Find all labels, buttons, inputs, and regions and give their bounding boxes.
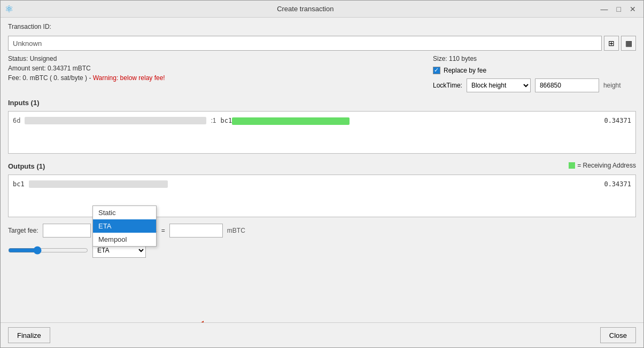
- input-txid-prefix: 6d: [13, 117, 20, 124]
- dropdown-item-mempool[interactable]: Mempool: [93, 233, 156, 246]
- outputs-header-row: Outputs (1) = Receiving Address: [8, 160, 636, 170]
- close-button[interactable]: Close: [600, 327, 636, 343]
- minimize-button[interactable]: —: [598, 4, 611, 14]
- close-window-button[interactable]: ✕: [626, 4, 639, 14]
- window-controls: — □ ✕: [598, 4, 639, 14]
- input-amount: 0.34371: [604, 117, 631, 124]
- fee-sat-input[interactable]: [43, 224, 91, 238]
- transaction-id-label: Transaction ID:: [8, 23, 636, 30]
- locktime-type-select[interactable]: Block height Date: [467, 78, 531, 92]
- info-right: Size: 110 bytes Replace by fee LockTime:…: [433, 55, 636, 92]
- txid-input[interactable]: [8, 36, 602, 51]
- input-addr-prefix: bc1: [220, 117, 232, 124]
- receiving-legend: = Receiving Address: [569, 162, 636, 169]
- status-text: Status: Unsigned: [8, 55, 422, 62]
- app-icon: ⚛: [5, 3, 13, 15]
- replace-by-fee-label: Replace by fee: [444, 67, 486, 74]
- input-addr-blurred-green: [232, 117, 350, 125]
- info-section: Status: Unsigned Amount sent: 0.34371 mB…: [8, 55, 636, 92]
- fee-mbtc-unit: mBTC: [227, 227, 245, 234]
- qr-txid-button[interactable]: ▦: [621, 36, 636, 51]
- restore-button[interactable]: □: [614, 4, 624, 14]
- locktime-row: LockTime: Block height Date height: [433, 78, 636, 92]
- inputs-section: 6d :1 bc1 0.34371: [8, 111, 636, 154]
- inputs-header: Inputs (1): [8, 99, 636, 107]
- outputs-header: Outputs (1): [8, 162, 45, 170]
- input-vout: :1: [211, 117, 216, 124]
- finalize-button[interactable]: Finalize: [8, 327, 50, 343]
- output-amount: 0.34371: [604, 180, 631, 188]
- locktime-unit-label: height: [603, 82, 621, 89]
- amount-sent-text: Amount sent: 0.34371 mBTC: [8, 65, 422, 72]
- txid-row: ⊞ ▦: [8, 36, 636, 51]
- fee-slider[interactable]: [8, 246, 88, 255]
- output-addr-blurred: [29, 180, 168, 188]
- titlebar: ⚛ Create transaction — □ ✕: [1, 1, 643, 18]
- receiving-legend-text: = Receiving Address: [577, 162, 636, 169]
- locktime-label: LockTime:: [433, 82, 462, 89]
- fee-mbtc-input[interactable]: [169, 224, 223, 238]
- main-window: ⚛ Create transaction — □ ✕ Transaction I…: [0, 0, 644, 348]
- output-addr-prefix: bc1: [13, 180, 25, 188]
- input-txid-blurred: [25, 117, 206, 124]
- window-title: Create transaction: [13, 5, 598, 13]
- copy-txid-button[interactable]: ⊞: [604, 36, 619, 51]
- fee-label: Fee: 0. mBTC ( 0. sat/byte ) -: [8, 74, 91, 82]
- fee-text: Fee: 0. mBTC ( 0. sat/byte ) - Warning: …: [8, 74, 422, 82]
- replace-fee-row: Replace by fee: [433, 67, 636, 74]
- fee-warning: Warning: below relay fee!: [91, 74, 165, 82]
- info-left: Status: Unsigned Amount sent: 0.34371 mB…: [8, 55, 422, 92]
- fee-equals: =: [161, 227, 165, 234]
- slider-row: ETA Static ETA Mempool: [8, 243, 636, 258]
- bottom-bar: Finalize Close: [1, 322, 643, 347]
- table-row: 6d :1 bc1 0.34371: [12, 115, 632, 127]
- main-content: Transaction ID: ⊞ ▦ Status: Unsigned Amo…: [1, 18, 643, 322]
- green-square-icon: [569, 162, 575, 169]
- input-address: bc1: [220, 117, 350, 125]
- size-text: Size: 110 bytes: [433, 55, 636, 62]
- locktime-value-input[interactable]: [535, 78, 599, 92]
- table-row: bc1 0.34371: [12, 178, 632, 190]
- fee-label: Target fee:: [8, 227, 38, 234]
- dropdown-item-eta[interactable]: ETA: [93, 219, 156, 233]
- replace-by-fee-checkbox[interactable]: [433, 67, 440, 74]
- dropdown-item-static[interactable]: Static: [93, 206, 156, 219]
- dropdown-wrapper: ETA Static ETA Mempool: [92, 243, 146, 258]
- fee-mode-dropdown: Static ETA Mempool: [92, 205, 157, 247]
